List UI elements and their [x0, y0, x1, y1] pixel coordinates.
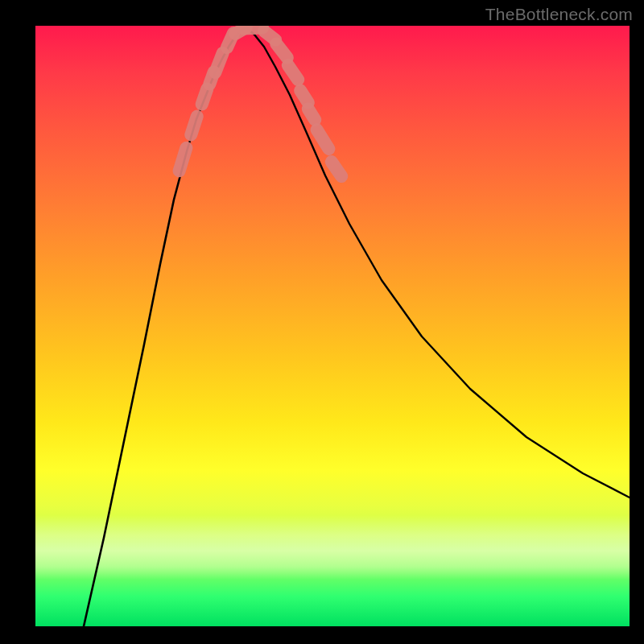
plot-area [35, 26, 630, 626]
chart-frame: TheBottleneck.com [0, 0, 644, 644]
watermark-text: TheBottleneck.com [485, 5, 633, 24]
